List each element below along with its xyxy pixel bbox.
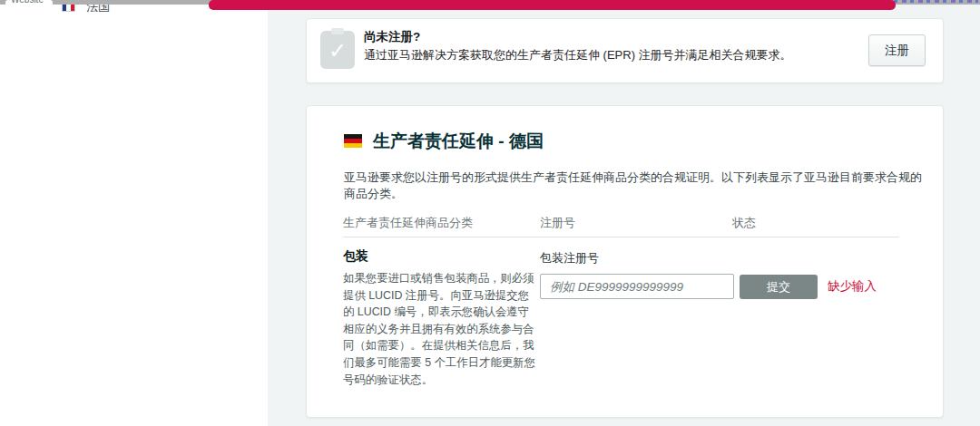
table-header-divider — [343, 237, 899, 237]
epr-card-title: 生产者责任延伸 - 德国 — [373, 130, 544, 153]
epr-card-description: 亚马逊要求您以注册号的形式提供生产者责任延伸商品分类的合规证明。以下列表显示了亚… — [344, 169, 929, 202]
column-header-category: 生产者责任延伸商品分类 — [343, 215, 473, 231]
register-card-title: 尚未注册? — [364, 29, 420, 45]
register-button[interactable]: 注册 — [868, 34, 926, 66]
submit-button[interactable]: 提交 — [740, 275, 818, 299]
sidebar — [0, 5, 268, 426]
status-badge: 缺少输入 — [828, 278, 877, 295]
epr-germany-card: 生产者责任延伸 - 德国 亚马逊要求您以注册号的形式提供生产者责任延伸商品分类的… — [306, 105, 944, 418]
registration-number-input[interactable] — [540, 274, 734, 299]
red-banner-bar — [209, 0, 896, 10]
column-header-status: 状态 — [732, 215, 756, 231]
column-header-registration-number: 注册号 — [540, 215, 575, 231]
category-name: 包装 — [343, 248, 368, 265]
clipped-text-fragment — [886, 0, 978, 3]
clipboard-check-icon: ✓ — [320, 31, 355, 69]
category-description: 如果您要进口或销售包装商品，则必须提供 LUCID 注册号。向亚马逊提交您的 L… — [343, 270, 537, 388]
flag-germany-icon — [344, 134, 362, 148]
register-promo-card: ✓ 尚未注册? 通过亚马逊解决方案获取您的生产者责任延伸 (EPR) 注册号并满… — [306, 18, 944, 83]
register-card-description: 通过亚马逊解决方案获取您的生产者责任延伸 (EPR) 注册号并满足相关合规要求。 — [364, 47, 792, 63]
browser-tab[interactable]: Website — [5, 0, 53, 5]
registration-number-label: 包装注册号 — [540, 250, 599, 266]
browser-tab-title: Website — [5, 0, 53, 5]
